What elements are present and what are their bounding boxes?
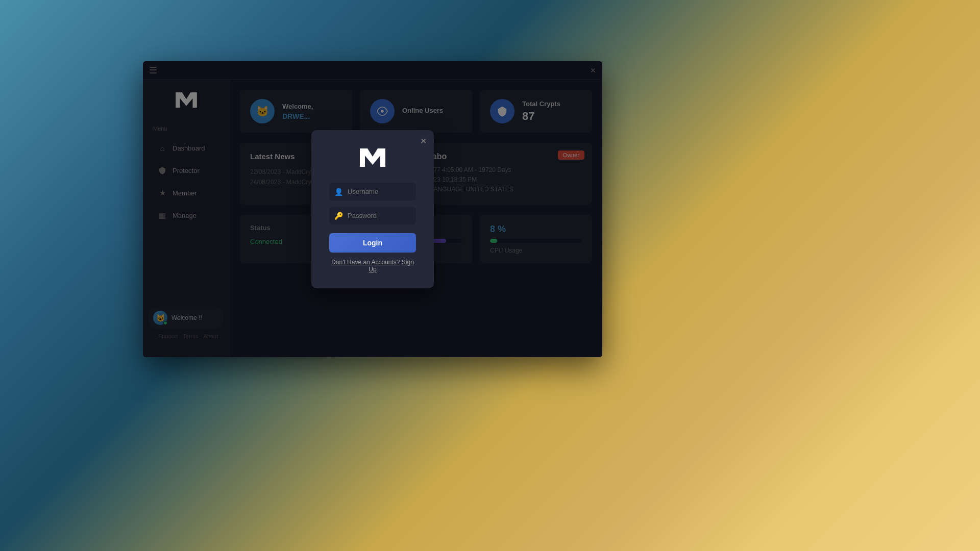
modal-overlay: ✕ 👤 🔑 Login Don't Have: [143, 61, 602, 357]
login-modal: ✕ 👤 🔑 Login Don't Have: [311, 130, 434, 288]
login-button[interactable]: Login: [329, 233, 416, 253]
username-wrapper: 👤: [329, 183, 416, 201]
username-group: 👤: [329, 183, 416, 201]
password-icon: 🔑: [334, 212, 343, 220]
signup-text: Don't Have an Accounts? Sign Up: [329, 259, 416, 273]
modal-close-button[interactable]: ✕: [420, 136, 427, 146]
modal-logo: [329, 145, 416, 170]
modal-logo-svg: [357, 145, 388, 170]
username-icon: 👤: [334, 188, 343, 196]
password-wrapper: 🔑: [329, 207, 416, 224]
password-group: 🔑: [329, 207, 416, 224]
app-window: ☰ ✕ Menu ⌂ Dashboard Protector: [143, 61, 602, 357]
signup-label: Don't Have an Accounts?: [331, 259, 400, 266]
